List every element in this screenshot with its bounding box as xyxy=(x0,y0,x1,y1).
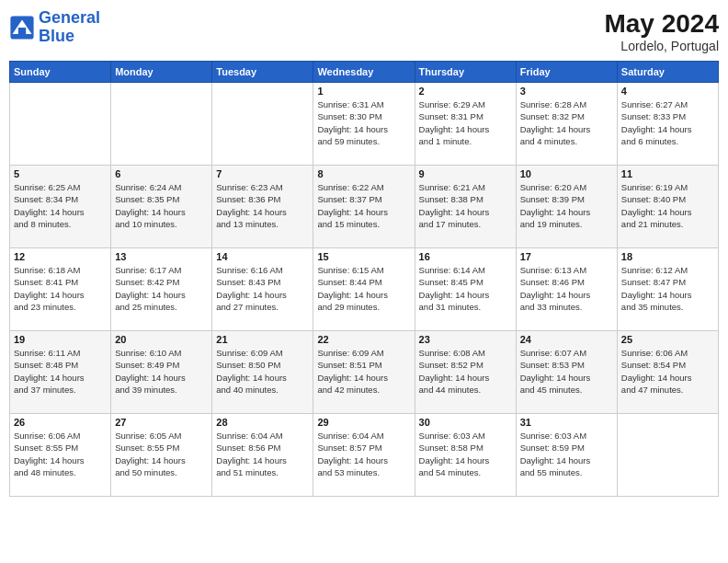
header: General Blue May 2024 Lordelo, Portugal xyxy=(9,9,719,53)
month-title: May 2024 xyxy=(604,9,719,39)
table-row xyxy=(617,414,718,497)
day-number: 16 xyxy=(419,251,512,262)
table-row: 26Sunrise: 6:06 AMSunset: 8:55 PMDayligh… xyxy=(10,414,111,497)
table-row: 18Sunrise: 6:12 AMSunset: 8:47 PMDayligh… xyxy=(617,248,718,331)
table-row: 5Sunrise: 6:25 AMSunset: 8:34 PMDaylight… xyxy=(10,166,111,248)
table-row: 6Sunrise: 6:24 AMSunset: 8:35 PMDaylight… xyxy=(111,166,212,248)
day-info: Sunrise: 6:10 AMSunset: 8:49 PMDaylight:… xyxy=(115,347,208,396)
day-info: Sunrise: 6:04 AMSunset: 8:56 PMDaylight:… xyxy=(216,430,309,478)
table-row: 19Sunrise: 6:11 AMSunset: 8:48 PMDayligh… xyxy=(10,331,111,414)
col-friday: Friday xyxy=(516,62,617,83)
day-number: 26 xyxy=(14,417,107,428)
day-info: Sunrise: 6:16 AMSunset: 8:43 PMDaylight:… xyxy=(216,264,309,313)
col-monday: Monday xyxy=(111,62,212,83)
location: Lordelo, Portugal xyxy=(604,39,719,53)
day-number: 9 xyxy=(419,168,512,179)
day-info: Sunrise: 6:03 AMSunset: 8:59 PMDaylight:… xyxy=(520,430,613,478)
day-number: 8 xyxy=(317,168,410,179)
col-tuesday: Tuesday xyxy=(212,62,313,83)
table-row: 25Sunrise: 6:06 AMSunset: 8:54 PMDayligh… xyxy=(617,331,718,414)
day-info: Sunrise: 6:28 AMSunset: 8:32 PMDaylight:… xyxy=(520,98,613,147)
day-number: 18 xyxy=(621,251,714,262)
col-thursday: Thursday xyxy=(415,62,516,83)
calendar-header-row: Sunday Monday Tuesday Wednesday Thursday… xyxy=(10,62,719,83)
table-row: 16Sunrise: 6:14 AMSunset: 8:45 PMDayligh… xyxy=(415,248,516,331)
table-row: 13Sunrise: 6:17 AMSunset: 8:42 PMDayligh… xyxy=(111,248,212,331)
svg-rect-2 xyxy=(18,28,26,35)
table-row xyxy=(212,83,313,166)
day-number: 3 xyxy=(520,86,613,97)
day-info: Sunrise: 6:24 AMSunset: 8:35 PMDaylight:… xyxy=(115,181,208,230)
day-info: Sunrise: 6:11 AMSunset: 8:48 PMDaylight:… xyxy=(14,347,107,396)
day-info: Sunrise: 6:08 AMSunset: 8:52 PMDaylight:… xyxy=(419,347,512,396)
day-info: Sunrise: 6:06 AMSunset: 8:55 PMDaylight:… xyxy=(14,430,107,478)
day-info: Sunrise: 6:06 AMSunset: 8:54 PMDaylight:… xyxy=(621,347,714,396)
day-number: 15 xyxy=(317,251,410,262)
table-row: 31Sunrise: 6:03 AMSunset: 8:59 PMDayligh… xyxy=(516,414,617,497)
calendar-week-row: 1Sunrise: 6:31 AMSunset: 8:30 PMDaylight… xyxy=(10,83,719,166)
day-number: 29 xyxy=(317,417,410,428)
table-row: 15Sunrise: 6:15 AMSunset: 8:44 PMDayligh… xyxy=(313,248,415,331)
day-number: 19 xyxy=(14,334,107,345)
day-info: Sunrise: 6:18 AMSunset: 8:41 PMDaylight:… xyxy=(14,264,107,313)
day-number: 6 xyxy=(115,168,208,179)
day-info: Sunrise: 6:20 AMSunset: 8:39 PMDaylight:… xyxy=(520,181,613,230)
table-row: 2Sunrise: 6:29 AMSunset: 8:31 PMDaylight… xyxy=(415,83,516,166)
title-section: May 2024 Lordelo, Portugal xyxy=(604,9,719,53)
day-number: 30 xyxy=(419,417,512,428)
page: General Blue May 2024 Lordelo, Portugal … xyxy=(0,0,728,563)
table-row: 24Sunrise: 6:07 AMSunset: 8:53 PMDayligh… xyxy=(516,331,617,414)
day-number: 31 xyxy=(520,417,613,428)
day-number: 22 xyxy=(317,334,410,345)
table-row xyxy=(111,83,212,166)
table-row: 23Sunrise: 6:08 AMSunset: 8:52 PMDayligh… xyxy=(415,331,516,414)
day-number: 24 xyxy=(520,334,613,345)
col-saturday: Saturday xyxy=(617,62,718,83)
table-row: 21Sunrise: 6:09 AMSunset: 8:50 PMDayligh… xyxy=(212,331,313,414)
calendar-week-row: 19Sunrise: 6:11 AMSunset: 8:48 PMDayligh… xyxy=(10,331,719,414)
day-info: Sunrise: 6:03 AMSunset: 8:58 PMDaylight:… xyxy=(419,430,512,478)
day-info: Sunrise: 6:13 AMSunset: 8:46 PMDaylight:… xyxy=(520,264,613,313)
table-row: 20Sunrise: 6:10 AMSunset: 8:49 PMDayligh… xyxy=(111,331,212,414)
day-info: Sunrise: 6:22 AMSunset: 8:37 PMDaylight:… xyxy=(317,181,410,230)
day-info: Sunrise: 6:25 AMSunset: 8:34 PMDaylight:… xyxy=(14,181,107,230)
day-number: 20 xyxy=(115,334,208,345)
logo: General Blue xyxy=(9,9,100,46)
table-row: 1Sunrise: 6:31 AMSunset: 8:30 PMDaylight… xyxy=(313,83,415,166)
col-sunday: Sunday xyxy=(10,62,111,83)
day-number: 10 xyxy=(520,168,613,179)
table-row: 17Sunrise: 6:13 AMSunset: 8:46 PMDayligh… xyxy=(516,248,617,331)
day-number: 11 xyxy=(621,168,714,179)
day-info: Sunrise: 6:09 AMSunset: 8:50 PMDaylight:… xyxy=(216,347,309,396)
day-info: Sunrise: 6:31 AMSunset: 8:30 PMDaylight:… xyxy=(317,98,410,147)
calendar-week-row: 5Sunrise: 6:25 AMSunset: 8:34 PMDaylight… xyxy=(10,166,719,248)
day-number: 1 xyxy=(317,86,410,97)
calendar-week-row: 26Sunrise: 6:06 AMSunset: 8:55 PMDayligh… xyxy=(10,414,719,497)
table-row: 7Sunrise: 6:23 AMSunset: 8:36 PMDaylight… xyxy=(212,166,313,248)
day-number: 14 xyxy=(216,251,309,262)
day-info: Sunrise: 6:17 AMSunset: 8:42 PMDaylight:… xyxy=(115,264,208,313)
day-number: 27 xyxy=(115,417,208,428)
table-row: 22Sunrise: 6:09 AMSunset: 8:51 PMDayligh… xyxy=(313,331,415,414)
day-info: Sunrise: 6:21 AMSunset: 8:38 PMDaylight:… xyxy=(419,181,512,230)
day-info: Sunrise: 6:05 AMSunset: 8:55 PMDaylight:… xyxy=(115,430,208,478)
table-row: 12Sunrise: 6:18 AMSunset: 8:41 PMDayligh… xyxy=(10,248,111,331)
table-row: 11Sunrise: 6:19 AMSunset: 8:40 PMDayligh… xyxy=(617,166,718,248)
table-row: 3Sunrise: 6:28 AMSunset: 8:32 PMDaylight… xyxy=(516,83,617,166)
col-wednesday: Wednesday xyxy=(313,62,415,83)
table-row: 30Sunrise: 6:03 AMSunset: 8:58 PMDayligh… xyxy=(415,414,516,497)
day-number: 4 xyxy=(621,86,714,97)
table-row: 10Sunrise: 6:20 AMSunset: 8:39 PMDayligh… xyxy=(516,166,617,248)
logo-icon xyxy=(9,15,35,40)
table-row: 28Sunrise: 6:04 AMSunset: 8:56 PMDayligh… xyxy=(212,414,313,497)
day-number: 2 xyxy=(419,86,512,97)
calendar-week-row: 12Sunrise: 6:18 AMSunset: 8:41 PMDayligh… xyxy=(10,248,719,331)
table-row: 4Sunrise: 6:27 AMSunset: 8:33 PMDaylight… xyxy=(617,83,718,166)
day-info: Sunrise: 6:07 AMSunset: 8:53 PMDaylight:… xyxy=(520,347,613,396)
table-row: 9Sunrise: 6:21 AMSunset: 8:38 PMDaylight… xyxy=(415,166,516,248)
day-number: 21 xyxy=(216,334,309,345)
table-row: 8Sunrise: 6:22 AMSunset: 8:37 PMDaylight… xyxy=(313,166,415,248)
day-info: Sunrise: 6:27 AMSunset: 8:33 PMDaylight:… xyxy=(621,98,714,147)
day-number: 13 xyxy=(115,251,208,262)
day-info: Sunrise: 6:09 AMSunset: 8:51 PMDaylight:… xyxy=(317,347,410,396)
